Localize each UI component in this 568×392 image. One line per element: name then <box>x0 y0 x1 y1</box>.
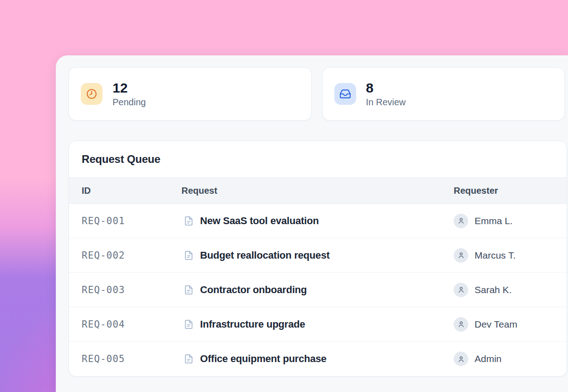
request-cell: Infrastructure upgrade <box>181 318 454 330</box>
user-icon <box>454 248 468 263</box>
requester-cell: Marcus T. <box>454 248 567 263</box>
requester-name: Marcus T. <box>475 250 516 261</box>
request-id: REQ-002 <box>82 250 181 261</box>
request-cell: New SaaS tool evaluation <box>181 215 454 227</box>
request-id: REQ-005 <box>82 353 181 364</box>
stat-card-in-review: 8 In Review <box>322 67 565 121</box>
user-icon <box>454 352 468 366</box>
column-header-requester: Requester <box>454 186 567 196</box>
stats-row: 12 Pending 8 In Review <box>69 67 565 121</box>
request-cell: Contractor onboarding <box>181 284 454 296</box>
request-id: REQ-001 <box>82 216 181 226</box>
file-text-icon <box>184 285 194 295</box>
table-row[interactable]: REQ-005 Office equipment purchase Admin <box>69 342 567 376</box>
file-text-icon <box>184 250 194 260</box>
requester-cell: Dev Team <box>454 317 567 332</box>
stat-text: 8 In Review <box>366 80 406 108</box>
pending-label: Pending <box>113 97 146 108</box>
request-title: Contractor onboarding <box>200 284 307 296</box>
file-text-icon <box>184 216 194 226</box>
stat-card-pending: 12 Pending <box>69 67 312 121</box>
file-text-icon <box>184 319 194 329</box>
request-title: Infrastructure upgrade <box>200 318 305 330</box>
column-header-request: Request <box>181 186 454 196</box>
column-header-id: ID <box>82 186 181 196</box>
table-row[interactable]: REQ-002 Budget reallocation request Marc… <box>69 238 567 273</box>
stat-text: 12 Pending <box>113 80 146 108</box>
in-review-label: In Review <box>366 97 406 108</box>
request-id: REQ-003 <box>82 284 181 295</box>
table-row[interactable]: REQ-003 Contractor onboarding Sarah K. <box>69 273 567 307</box>
table-row[interactable]: REQ-004 Infrastructure upgrade Dev Team <box>69 307 567 342</box>
requester-name: Sarah K. <box>475 284 512 295</box>
request-title: Office equipment purchase <box>200 353 327 365</box>
request-cell: Office equipment purchase <box>181 353 454 365</box>
user-icon <box>454 317 468 332</box>
page-title: Request Queue <box>82 153 160 166</box>
requester-cell: Sarah K. <box>454 283 567 297</box>
file-text-icon <box>184 354 194 364</box>
user-icon <box>454 214 468 228</box>
requester-name: Admin <box>475 353 502 364</box>
card-title-row: Request Queue <box>69 141 567 178</box>
requester-cell: Admin <box>454 352 567 366</box>
requester-name: Emma L. <box>475 216 513 226</box>
table-header-row: ID Request Requester <box>69 178 567 204</box>
request-id: REQ-004 <box>82 319 181 330</box>
request-title: Budget reallocation request <box>200 250 330 261</box>
table-row[interactable]: REQ-001 New SaaS tool evaluation Emma L. <box>69 204 567 238</box>
requester-cell: Emma L. <box>454 214 567 228</box>
in-review-count: 8 <box>366 80 406 96</box>
request-queue-card: Request Queue ID Request Requester REQ-0… <box>69 141 567 377</box>
pending-count: 12 <box>113 80 146 96</box>
app-panel: 12 Pending 8 In Review Request Queue ID … <box>56 55 568 392</box>
inbox-icon <box>334 83 356 105</box>
request-title: New SaaS tool evaluation <box>200 215 319 227</box>
clock-icon <box>81 83 103 105</box>
request-cell: Budget reallocation request <box>181 250 454 261</box>
requester-name: Dev Team <box>475 319 517 330</box>
user-icon <box>454 283 468 297</box>
